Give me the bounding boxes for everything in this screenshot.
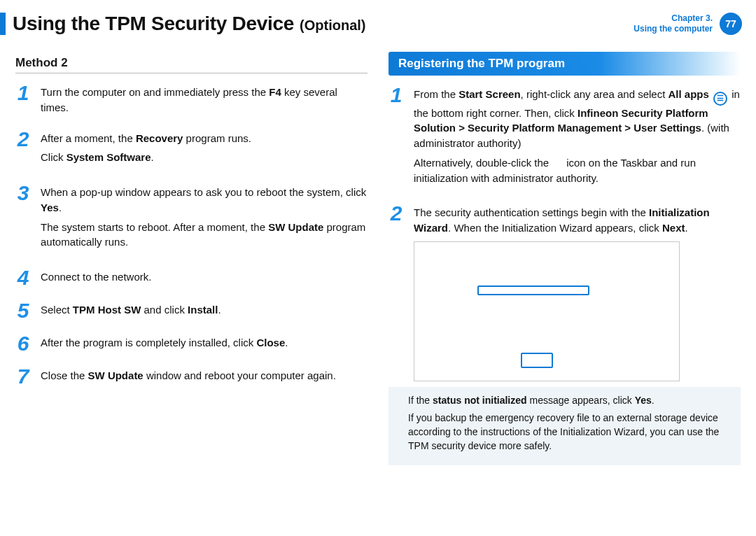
step-text: The security authentication settings beg… <box>414 204 741 236</box>
chapter-name: Using the computer <box>634 24 713 34</box>
step-text: From the Start Screen, right-click any a… <box>414 85 741 190</box>
right-step-2: 2 The security authentication settings b… <box>388 204 741 236</box>
chapter-label: Chapter 3. <box>634 13 713 24</box>
step-number: 4 <box>15 268 31 287</box>
step-text: After a moment, the Recovery program run… <box>41 129 368 170</box>
right-step-1: 1 From the Start Screen, right-click any… <box>388 85 741 190</box>
method-heading: Method 2 <box>15 56 368 70</box>
title-bar: Using the TPM Security Device (Optional) <box>0 13 366 35</box>
step-number: 6 <box>15 334 31 353</box>
page-title: Using the TPM Security Device <box>13 13 294 35</box>
left-step-2: 2 After a moment, the Recovery program r… <box>15 129 368 170</box>
left-step-4: 4 Connect to the network. <box>15 268 368 287</box>
step-text: Turn the computer on and immediately pre… <box>41 83 368 115</box>
step-number: 1 <box>388 85 404 190</box>
step-number: 2 <box>15 129 31 170</box>
left-step-3: 3 When a pop-up window appears to ask yo… <box>15 183 368 254</box>
page-subtitle: (Optional) <box>300 17 365 34</box>
left-step-1: 1 Turn the computer on and immediately p… <box>15 83 368 115</box>
wizard-screenshot-placeholder <box>414 241 680 381</box>
step-number: 5 <box>15 301 31 320</box>
step-text: After the program is completely installe… <box>41 334 368 353</box>
highlight-box-icon <box>477 285 589 295</box>
highlight-box-icon <box>521 353 553 368</box>
step-text: Select TPM Host SW and click Install. <box>41 301 368 320</box>
note-line: If you backup the emergency recovery fil… <box>408 411 731 453</box>
left-step-5: 5 Select TPM Host SW and click Install. <box>15 301 368 320</box>
note-line: If the status not initialized message ap… <box>408 394 731 408</box>
page-header: Using the TPM Security Device (Optional)… <box>0 0 756 35</box>
step-text: Connect to the network. <box>41 268 368 287</box>
step-number: 3 <box>15 183 31 254</box>
divider <box>15 73 368 73</box>
page-number-badge: 77 <box>720 13 742 35</box>
step-number: 2 <box>388 204 404 236</box>
all-apps-icon: ☰ <box>713 92 727 106</box>
step-number: 1 <box>15 83 31 115</box>
step-text: When a pop-up window appears to ask you … <box>41 183 368 254</box>
chapter-info: Chapter 3. Using the computer <box>634 13 713 34</box>
left-step-6: 6 After the program is completely instal… <box>15 334 368 353</box>
note-box: If the status not initialized message ap… <box>388 387 741 465</box>
section-title-bar: Registering the TPM program <box>388 52 741 76</box>
right-column: Registering the TPM program 1 From the S… <box>388 52 741 465</box>
step-number: 7 <box>15 367 31 386</box>
left-step-7: 7 Close the SW Update window and reboot … <box>15 367 368 386</box>
step-text: Close the SW Update window and reboot yo… <box>41 367 368 386</box>
left-column: Method 2 1 Turn the computer on and imme… <box>15 52 368 465</box>
header-right: Chapter 3. Using the computer 77 <box>634 13 742 35</box>
